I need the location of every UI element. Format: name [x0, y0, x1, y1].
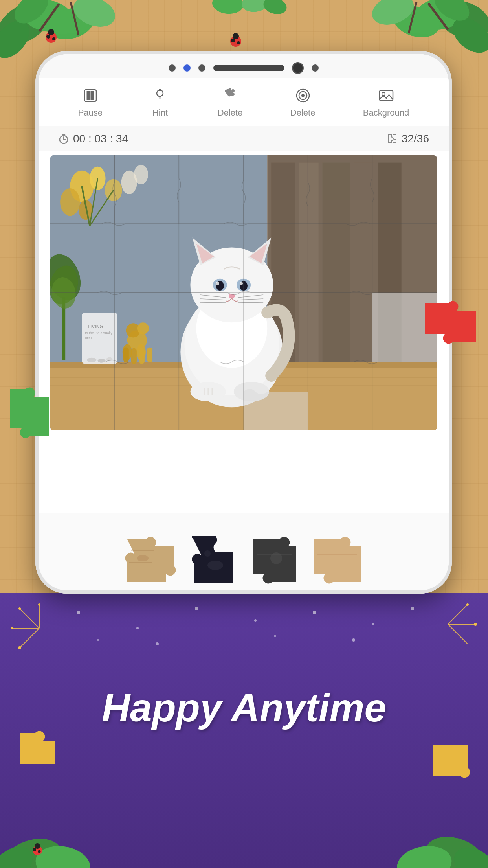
sparkles — [0, 597, 488, 656]
phone-inner: Pause Hint — [39, 54, 449, 590]
phone-frame: Pause Hint — [35, 51, 452, 594]
svg-line-142 — [448, 624, 468, 644]
svg-marker-33 — [158, 96, 162, 98]
tray-piece-4[interactable] — [310, 535, 365, 586]
svg-point-30 — [157, 90, 163, 96]
bottom-piece-left — [16, 729, 59, 770]
svg-marker-32 — [158, 88, 162, 91]
svg-rect-79 — [131, 348, 137, 364]
score-value: 32/36 — [402, 132, 429, 145]
svg-point-164 — [38, 850, 41, 853]
svg-point-58 — [134, 165, 148, 184]
phone-dot-2 — [183, 64, 191, 72]
svg-line-132 — [20, 609, 39, 628]
svg-point-139 — [38, 603, 40, 606]
svg-point-37 — [301, 94, 305, 97]
svg-point-137 — [11, 627, 13, 629]
svg-line-134 — [20, 628, 39, 648]
happy-anytime-text: Happy Anytime — [102, 685, 386, 730]
hint-icon — [150, 86, 170, 105]
tray-piece-2[interactable] — [188, 534, 239, 587]
toolbar-background[interactable]: Background — [363, 86, 409, 118]
svg-rect-80 — [139, 348, 145, 364]
svg-point-100 — [240, 282, 243, 285]
toolbar: Pause Hint — [39, 78, 449, 126]
phone-dot-3 — [198, 64, 205, 72]
svg-rect-27 — [84, 90, 96, 101]
svg-point-136 — [18, 607, 21, 610]
puzzle-container[interactable]: LIVING to the life,actually utiful — [50, 155, 437, 430]
floating-piece-red — [421, 299, 476, 342]
svg-point-154 — [274, 635, 276, 637]
stats-bar: 00 : 03 : 34 32/36 — [39, 126, 449, 151]
svg-point-146 — [136, 627, 139, 629]
delete2-label: Delete — [290, 108, 316, 118]
svg-point-152 — [97, 639, 99, 641]
svg-text:to the life,actually: to the life,actually — [85, 331, 112, 335]
hint-label: Hint — [152, 108, 168, 118]
svg-point-126 — [207, 561, 223, 570]
tray-piece-3[interactable] — [249, 535, 300, 586]
toolbar-hint[interactable]: Hint — [150, 86, 170, 118]
svg-point-71 — [87, 358, 96, 362]
delete2-icon — [293, 86, 313, 105]
svg-point-150 — [372, 623, 374, 625]
pause-icon — [81, 86, 100, 105]
svg-point-53 — [60, 188, 80, 216]
timer-value: 00 : 03 : 34 — [73, 132, 128, 145]
svg-rect-38 — [380, 90, 393, 101]
svg-rect-29 — [91, 92, 94, 99]
background-label: Background — [363, 108, 409, 118]
phone-dot-4 — [312, 64, 319, 72]
toolbar-delete2[interactable]: Delete — [290, 86, 316, 118]
svg-point-145 — [77, 611, 80, 614]
svg-rect-82 — [147, 348, 152, 362]
svg-point-163 — [33, 848, 36, 851]
svg-point-122 — [137, 555, 149, 561]
svg-line-104 — [200, 302, 226, 303]
svg-line-140 — [448, 605, 468, 624]
white-space — [39, 434, 449, 513]
svg-point-147 — [195, 607, 198, 610]
delete1-label: Delete — [218, 108, 243, 118]
bottom-piece-right — [429, 741, 472, 782]
leaves-bottom — [0, 789, 488, 868]
svg-point-127 — [204, 550, 211, 557]
svg-text:LIVING: LIVING — [88, 324, 103, 329]
svg-point-165 — [35, 843, 40, 849]
svg-point-151 — [411, 607, 414, 610]
svg-point-39 — [382, 92, 385, 96]
svg-point-34 — [231, 89, 235, 92]
svg-point-99 — [216, 282, 219, 285]
phone-top-bar — [39, 54, 449, 78]
svg-line-107 — [238, 302, 263, 303]
bottom-section: Happy Anytime — [0, 593, 488, 868]
phone-camera — [292, 62, 304, 74]
svg-point-143 — [466, 603, 469, 606]
toolbar-delete1[interactable]: Delete — [218, 86, 243, 118]
phone-speaker — [213, 65, 284, 71]
piece-tray — [39, 513, 449, 590]
svg-point-76 — [137, 322, 149, 334]
tray-piece-1[interactable] — [123, 535, 178, 586]
delete1-icon — [220, 86, 240, 105]
svg-point-144 — [474, 623, 477, 626]
svg-point-149 — [313, 611, 316, 614]
svg-rect-81 — [123, 348, 129, 362]
phone-dot-1 — [169, 64, 176, 72]
timer-display: 00 : 03 : 34 — [58, 132, 128, 145]
pause-label: Pause — [78, 108, 103, 118]
svg-point-138 — [18, 646, 21, 649]
svg-text:utiful: utiful — [85, 336, 92, 340]
puzzle-image: LIVING to the life,actually utiful — [50, 155, 437, 430]
svg-point-155 — [352, 638, 355, 642]
background-icon — [376, 86, 396, 105]
svg-rect-28 — [87, 92, 90, 99]
puzzle-score-icon — [387, 133, 398, 144]
toolbar-pause[interactable]: Pause — [78, 86, 103, 118]
floating-piece-green — [6, 385, 49, 436]
svg-point-55 — [105, 179, 122, 201]
timer-icon — [58, 133, 69, 144]
svg-point-153 — [156, 642, 159, 645]
score-display: 32/36 — [387, 132, 429, 145]
